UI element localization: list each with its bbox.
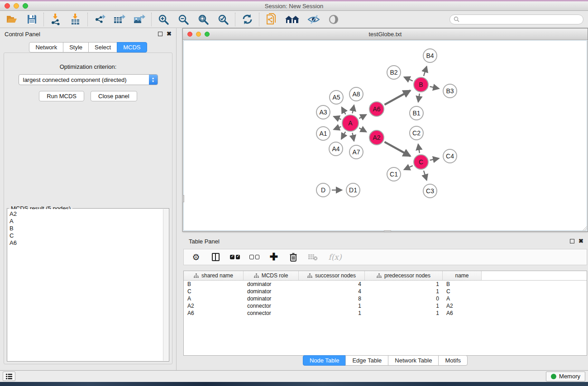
close-table-panel-icon[interactable]: ✖: [578, 239, 583, 243]
export-image-icon[interactable]: [133, 13, 146, 26]
graph-node-A1[interactable]: A1: [316, 126, 330, 141]
graph-node-A2[interactable]: A2: [369, 130, 384, 145]
result-item[interactable]: B: [10, 225, 163, 232]
graph-node-C[interactable]: C: [413, 154, 429, 170]
result-item[interactable]: C: [10, 232, 163, 239]
table-cell[interactable]: B: [184, 281, 244, 288]
edge-A-A3[interactable]: [334, 116, 341, 119]
table-cell[interactable]: connector: [244, 310, 299, 317]
memory-button[interactable]: Memory: [546, 372, 585, 381]
table-cell[interactable]: 4: [299, 281, 365, 288]
select-all-checkboxes-icon[interactable]: [230, 252, 240, 262]
table-cell[interactable]: 1: [365, 302, 443, 310]
graph-node-A6[interactable]: A6: [369, 101, 384, 117]
table-cell[interactable]: A6: [184, 310, 244, 317]
edge-A-A4[interactable]: [341, 132, 345, 139]
refresh-icon[interactable]: [241, 13, 253, 26]
graph-node-B2[interactable]: B2: [387, 65, 401, 80]
zoom-network-window-button[interactable]: [205, 32, 210, 37]
table-cell[interactable]: dominator: [244, 281, 299, 288]
tab-network-table[interactable]: Network Table: [388, 355, 439, 366]
table-cell[interactable]: C: [443, 288, 482, 295]
column-header-MCDS-role[interactable]: MCDS role: [244, 271, 299, 280]
close-window-button[interactable]: [5, 3, 10, 9]
home-pair-icon[interactable]: [285, 13, 300, 26]
table-cell[interactable]: A2: [184, 302, 244, 310]
node-table[interactable]: shared nameMCDS rolesuccessor nodesprede…: [183, 271, 587, 356]
close-network-window-button[interactable]: [187, 32, 192, 37]
hide-eye-icon[interactable]: [307, 13, 320, 26]
network-canvas[interactable]: A5A8A3AA1A4A7A6A2B2B4BB3B1C2C4CC1C3DD1: [183, 40, 587, 231]
tab-select[interactable]: Select: [88, 42, 117, 52]
open-session-icon[interactable]: [5, 13, 18, 26]
table-cell[interactable]: 0: [365, 295, 443, 302]
mcds-result-list[interactable]: A2ABCA6: [8, 209, 163, 361]
search-input[interactable]: [462, 16, 579, 23]
graph-node-C2[interactable]: C2: [409, 126, 424, 140]
save-session-icon[interactable]: [25, 13, 38, 26]
run-mcds-button[interactable]: Run MCDS: [39, 91, 84, 101]
table-cell[interactable]: 1: [365, 281, 443, 288]
table-cell[interactable]: C: [184, 288, 244, 295]
table-cell[interactable]: A: [184, 295, 244, 302]
graph-node-A3[interactable]: A3: [316, 105, 330, 119]
table-row[interactable]: A6connector11A6: [184, 310, 587, 317]
result-scrollbar[interactable]: [163, 209, 168, 361]
graph-node-A[interactable]: A: [342, 114, 359, 132]
network-window-titlebar[interactable]: testGlobe.txt: [183, 29, 588, 40]
result-item[interactable]: A2: [10, 210, 163, 218]
edge-B-B1[interactable]: [418, 94, 420, 102]
column-header-shared-name[interactable]: shared name: [184, 271, 244, 280]
edge-A-A8[interactable]: [352, 105, 354, 113]
edge-C-C1[interactable]: [404, 166, 413, 170]
graph-node-B1[interactable]: B1: [409, 106, 424, 120]
edge-A6-B[interactable]: [385, 91, 411, 105]
table-row[interactable]: Bdominator41B: [184, 281, 587, 288]
graph-node-A7[interactable]: A7: [349, 145, 363, 159]
minimize-network-window-button[interactable]: [196, 32, 201, 37]
edge-C-C4[interactable]: [430, 158, 439, 160]
split-panel-icon[interactable]: [210, 252, 220, 262]
graph-node-A4[interactable]: A4: [329, 142, 343, 156]
column-header-name[interactable]: name: [443, 271, 482, 280]
table-cell[interactable]: 1: [365, 288, 443, 295]
tab-edge-table[interactable]: Edge Table: [345, 355, 388, 366]
graph-node-C4[interactable]: C4: [443, 149, 457, 163]
graph-node-A5[interactable]: A5: [329, 90, 344, 105]
edge-C-C3[interactable]: [424, 171, 427, 180]
zoom-fit-icon[interactable]: [197, 13, 210, 26]
gray-eye-icon[interactable]: [327, 13, 340, 26]
graph-node-D1[interactable]: D1: [346, 183, 360, 197]
export-network-icon[interactable]: [93, 13, 106, 26]
search-field[interactable]: [449, 14, 583, 24]
table-cell[interactable]: dominator: [244, 288, 299, 295]
edge-A-A2[interactable]: [359, 128, 366, 132]
bottom-grip[interactable]: [384, 230, 391, 232]
graph-node-C1[interactable]: C1: [387, 167, 401, 181]
graph-node-C3[interactable]: C3: [423, 184, 437, 198]
result-item[interactable]: A: [10, 218, 163, 225]
delete-icon[interactable]: [288, 252, 298, 262]
gear-icon[interactable]: ⚙: [191, 252, 201, 262]
import-table-icon[interactable]: [69, 13, 82, 26]
table-cell[interactable]: 1: [365, 310, 443, 317]
zoom-in-icon[interactable]: [157, 13, 170, 26]
edge-C-C2[interactable]: [418, 144, 420, 153]
edge-A-A7[interactable]: [352, 133, 354, 141]
close-panel-icon[interactable]: ✖: [167, 32, 172, 36]
table-row[interactable]: Cdominator41C: [184, 288, 587, 295]
tab-network[interactable]: Network: [29, 42, 63, 52]
export-table-icon[interactable]: [113, 13, 126, 26]
tab-motifs[interactable]: Motifs: [438, 355, 468, 366]
snapshot-network-icon[interactable]: [265, 13, 277, 26]
edge-A-A6[interactable]: [359, 114, 366, 118]
graph-node-B[interactable]: B: [413, 77, 429, 92]
left-grip[interactable]: [182, 195, 184, 202]
table-cell[interactable]: 4: [299, 288, 365, 295]
table-cell[interactable]: A6: [443, 310, 482, 317]
table-row[interactable]: Adominator80A: [184, 295, 587, 302]
edge-A-A1[interactable]: [334, 127, 341, 129]
edge-B-B2[interactable]: [404, 77, 413, 81]
edge-A2-C[interactable]: [385, 142, 411, 156]
result-item[interactable]: A6: [10, 239, 163, 247]
